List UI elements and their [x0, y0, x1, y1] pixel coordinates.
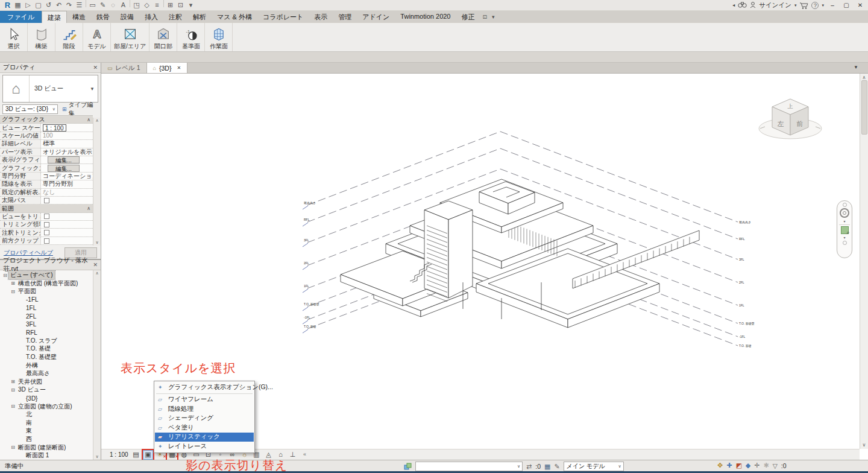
property-value[interactable]: オリジナルを表示	[41, 148, 93, 156]
worksharing-display-icon[interactable]: ▦	[544, 463, 550, 471]
tree-item-label[interactable]: 平面図	[16, 287, 38, 296]
zoom-icon[interactable]	[841, 226, 849, 234]
ribbon-tab-8[interactable]: マス & 外構	[212, 11, 257, 23]
properties-scrollbar[interactable]: ∧∨	[93, 118, 101, 246]
panel-button-room-area[interactable]: 部屋/エリア	[111, 23, 149, 51]
property-value[interactable]	[41, 221, 93, 228]
property-value[interactable]	[41, 197, 93, 204]
ribbon-tab-2[interactable]: 構造	[67, 11, 91, 23]
section-icon[interactable]: ◇	[142, 0, 152, 10]
scroll-down-icon[interactable]: ∨	[863, 442, 866, 448]
navigation-bar[interactable]: ▾ ▾	[837, 200, 852, 258]
tree-item-0[interactable]: ⊟ビュー (すべて)	[0, 271, 93, 279]
type-selector[interactable]: ⌂ 3D ビュー ▼	[2, 75, 98, 103]
save-icon[interactable]: ▢	[33, 0, 43, 10]
checkbox[interactable]	[44, 238, 49, 244]
navbar-anchor-icon[interactable]	[843, 241, 847, 245]
ribbon-tab-14[interactable]: 修正	[456, 11, 480, 23]
tree-item-1[interactable]: ⊞構造伏図 (構造平面図)	[0, 279, 93, 288]
tree-item-11[interactable]: 外構	[0, 361, 93, 370]
app-store-cart-icon[interactable]	[799, 2, 808, 9]
ribbon-tab-3[interactable]: 鉄骨	[91, 11, 115, 23]
tree-item-7[interactable]: RFL	[0, 329, 93, 337]
tree-item-label[interactable]: 北	[24, 410, 34, 419]
editing-requests-icon[interactable]: ⇄	[526, 463, 532, 471]
tree-item-label[interactable]: RFL	[24, 329, 39, 336]
tree-item-label[interactable]: 天井伏図	[16, 378, 44, 386]
ribbon-tab-5[interactable]: 挿入	[139, 11, 163, 23]
undo-icon[interactable]: ↶	[54, 0, 64, 10]
revit-logo-icon[interactable]: R	[2, 0, 13, 10]
property-value[interactable]: コーディネーション	[41, 173, 93, 180]
navbar-close-icon[interactable]	[843, 203, 847, 207]
property-value[interactable]	[41, 229, 93, 236]
tree-item-label[interactable]: T.O. 基礎	[24, 344, 52, 353]
modify-selection-icon[interactable]: ⊡	[480, 14, 490, 20]
panel-button-opening[interactable]: 開口部	[149, 23, 177, 51]
collapse-icon[interactable]: ◂	[732, 2, 735, 8]
ribbon-tab-6[interactable]: 注釈	[163, 11, 187, 23]
ribbon-tab-10[interactable]: 表示	[309, 11, 333, 23]
properties-help-link[interactable]: プロパティヘルプ	[4, 249, 53, 257]
tree-item-20[interactable]: 西	[0, 435, 93, 443]
property-value-text[interactable]: 100	[43, 132, 53, 139]
ribbon-tab-12[interactable]: アドイン	[357, 11, 395, 23]
scroll-up-icon[interactable]: ∧	[95, 271, 98, 276]
close-view-tab-icon[interactable]: ✕	[177, 65, 181, 71]
tree-item-label[interactable]: {3D}	[24, 395, 39, 402]
tree-item-label[interactable]: 断面図 1	[24, 451, 51, 460]
property-value-text[interactable]: オリジナルを表示	[43, 148, 92, 156]
tree-item-label[interactable]: T.O. 基礎壁	[24, 353, 58, 361]
tree-item-2[interactable]: ⊟平面図	[0, 288, 93, 296]
tree-item-21[interactable]: ⊟断面図 (建築断面)	[0, 443, 93, 452]
active-workset-select[interactable]: ∨	[415, 462, 523, 471]
ribbon-tab-7[interactable]: 解析	[187, 11, 212, 23]
ribbon-tab-9[interactable]: コラボレート	[257, 11, 309, 23]
checkbox[interactable]	[44, 198, 49, 203]
tree-item-label[interactable]: T.O. スラブ	[24, 337, 59, 345]
checkbox[interactable]	[44, 214, 49, 219]
tree-toggle-icon[interactable]: ⊟	[2, 273, 8, 278]
help-caret-icon[interactable]: ▾	[822, 3, 824, 8]
tree-item-16[interactable]: ⊟立面図 (建物の立面)	[0, 402, 93, 411]
tree-item-14[interactable]: ⊟3D ビュー	[0, 386, 93, 395]
panel-button-stairs[interactable]: 階段	[55, 23, 83, 51]
measure-icon[interactable]: ▭	[87, 0, 98, 10]
viewcube[interactable]: 上 左 前	[754, 89, 826, 155]
tree-item-label[interactable]: 2FL	[24, 313, 38, 320]
tree-item-label[interactable]: 1FL	[24, 305, 38, 311]
select-underlay-icon[interactable]: ✚	[726, 462, 732, 469]
editable-only-icon[interactable]: ✎	[554, 463, 559, 471]
restore-button[interactable]: ▢	[841, 2, 852, 8]
property-value[interactable]: 標準	[41, 140, 93, 147]
ribbon-tab-11[interactable]: 管理	[333, 11, 357, 23]
close-hidden-windows-icon[interactable]: ⊞	[165, 0, 175, 10]
properties-close-icon[interactable]: ✕	[93, 65, 98, 71]
view-tab-level1[interactable]: ▭レベル 1	[101, 63, 147, 73]
property-value-text[interactable]: 専門分野別	[43, 180, 73, 188]
instance-caret-icon[interactable]: ∨	[51, 107, 57, 112]
drag-on-selection-icon[interactable]: ✛	[754, 462, 760, 469]
interoperability-icon[interactable]: ▦	[13, 0, 23, 10]
print-icon[interactable]: ☰	[74, 0, 84, 10]
menu-item-5[interactable]: ▰リアリスティック	[155, 433, 254, 442]
property-value-text[interactable]: 標準	[43, 140, 55, 147]
tree-item-10[interactable]: T.O. 基礎壁	[0, 353, 93, 361]
view-tab-list-icon[interactable]: ▼	[854, 65, 858, 70]
design-option-select[interactable]: メイン モデル∨	[564, 462, 624, 471]
signin-button[interactable]: サインイン	[759, 1, 791, 10]
tree-toggle-icon[interactable]: ⊞	[10, 281, 16, 286]
view-scale-button[interactable]: 1 : 100	[110, 451, 129, 458]
menu-item-6[interactable]: ✦レイトレース	[155, 442, 254, 451]
menu-item-4[interactable]: ▱ベタ塗り	[155, 423, 254, 433]
tree-item-label[interactable]: 西	[24, 435, 34, 443]
property-value[interactable]: 編集...	[41, 164, 93, 171]
property-value-text[interactable]: 1 : 100	[43, 124, 66, 132]
menu-item-0[interactable]: ✦グラフィックス表示オプション(G)...	[155, 383, 254, 392]
tree-item-label[interactable]: 断面図 (建築断面)	[16, 443, 68, 452]
switch-windows-icon[interactable]: ⊡	[175, 0, 186, 10]
tree-item-label[interactable]: 東	[24, 427, 34, 435]
collapse-section-icon[interactable]: ∧	[87, 117, 93, 122]
redo-icon[interactable]: ↷	[64, 0, 74, 10]
collapse-section-icon[interactable]: ∧	[87, 206, 93, 211]
